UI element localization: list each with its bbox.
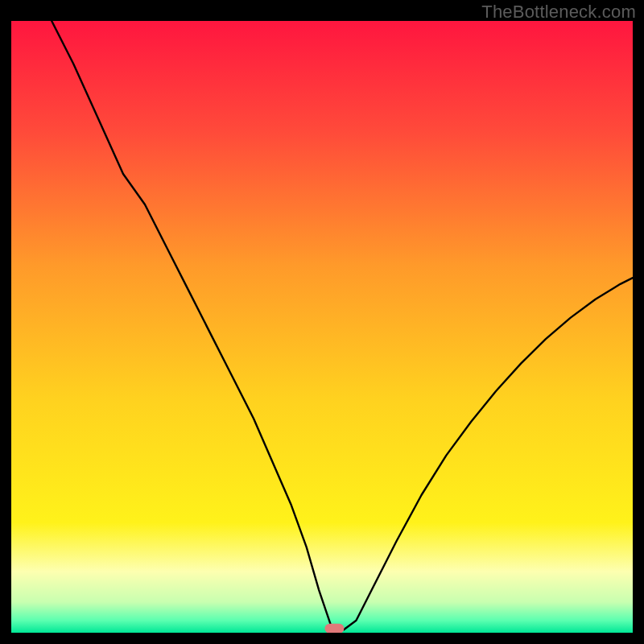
chart-frame: TheBottleneck.com (0, 0, 644, 644)
gradient-background (11, 21, 633, 633)
bottleneck-chart (11, 21, 633, 633)
watermark-text: TheBottleneck.com (481, 2, 636, 23)
optimal-marker (324, 624, 344, 633)
